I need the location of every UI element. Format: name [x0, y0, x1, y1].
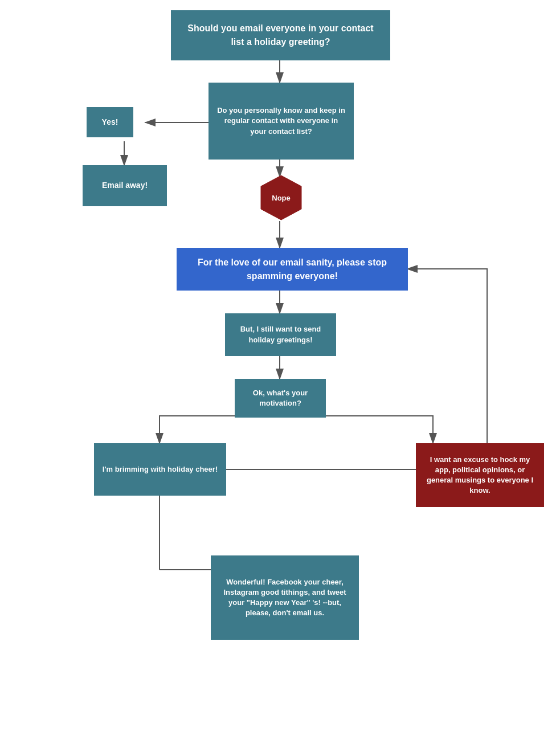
hock-app-box: I want an excuse to hock my app, politic…: [416, 443, 544, 507]
email-away-box: Email away!: [83, 165, 167, 206]
motivation-box: Ok, what's your motivation?: [235, 379, 326, 418]
start-box: Should you email everyone in your contac…: [171, 10, 390, 60]
flowchart: Should you email everyone in your contac…: [0, 0, 560, 752]
still-want-box: But, I still want to send holiday greeti…: [225, 313, 336, 356]
stop-spamming-box: For the love of our email sanity, please…: [177, 248, 408, 291]
nope-hexagon: Nope: [260, 174, 303, 221]
wonderful-box: Wonderful! Facebook your cheer, Instagra…: [211, 555, 359, 640]
yes-box: Yes!: [87, 107, 133, 137]
brimming-box: I'm brimming with holiday cheer!: [94, 443, 226, 496]
q1-box: Do you personally know and keep in regul…: [209, 83, 354, 160]
